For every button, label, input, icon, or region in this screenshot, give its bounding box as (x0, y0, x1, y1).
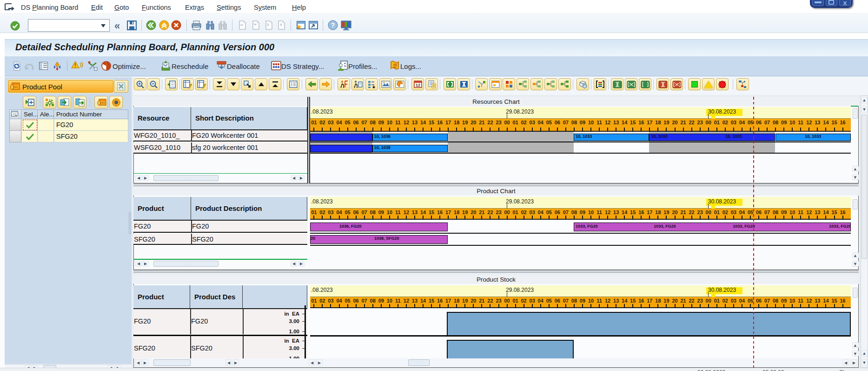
svg-text:12: 12 (415, 83, 420, 88)
svg-text:?: ? (331, 21, 335, 29)
